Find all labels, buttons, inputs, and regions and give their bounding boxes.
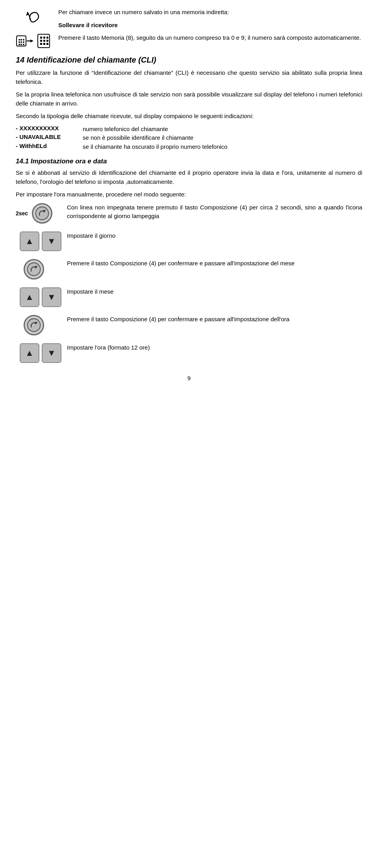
- step1-icon: 2sec: [16, 203, 63, 224]
- step-up-down-1: ▲ ▼ Impostare il giorno: [16, 231, 362, 251]
- svg-point-5: [23, 39, 24, 41]
- up-arrow-button-2: ▲: [20, 287, 39, 307]
- svg-rect-23: [46, 43, 48, 45]
- step-compose-2: Premere il tasto Composizione (4) per co…: [16, 315, 362, 335]
- phone-keypad-icons: [16, 33, 51, 48]
- step6-icon: ▲ ▼: [16, 343, 63, 363]
- list-desc-unavailable: se non è possibile identificare il chiam…: [83, 133, 362, 143]
- list-item-xxxxxxxxxx: - XXXXXXXXXX numero telefonico del chiam…: [16, 125, 362, 134]
- svg-rect-19: [43, 40, 45, 42]
- down-arrow-button-3: ▼: [42, 343, 61, 363]
- step4-desc: Impostare il mese: [63, 287, 362, 296]
- svg-point-7: [20, 41, 22, 43]
- svg-rect-22: [43, 43, 45, 45]
- handset-lift-icon: [24, 8, 43, 29]
- svg-point-4: [20, 39, 22, 41]
- svg-marker-13: [30, 39, 33, 43]
- step6-desc: Impostare l'ora (formato 12 ore): [63, 343, 362, 352]
- svg-point-10: [20, 44, 22, 45]
- svg-rect-17: [46, 37, 48, 39]
- intro-text: Per chiamare invece un numero salvato in…: [58, 8, 362, 46]
- section-14-1: 14.1 Impostazione ora e data Se si è abb…: [16, 157, 362, 363]
- intro-icons: [16, 8, 51, 48]
- section-14-para2: Se la propria linea telefonica non usufr…: [16, 90, 362, 108]
- step3-desc: Premere il tasto Composizione (4) per co…: [63, 259, 362, 268]
- svg-point-30: [28, 318, 41, 331]
- step-up-down-3: ▲ ▼ Impostare l'ora (formato 12 ore): [16, 343, 362, 363]
- svg-point-11: [23, 44, 24, 45]
- down-arrow-button-2: ▼: [42, 287, 61, 307]
- intro-step2: Premere il tasto Memoria (8), seguito da…: [58, 33, 362, 43]
- section-14-para3: Secondo la tipologia delle chiamate rice…: [16, 112, 362, 121]
- section-14-1-para2: Per impostare l'ora manualmente, procede…: [16, 190, 362, 199]
- svg-point-6: [19, 41, 20, 43]
- svg-rect-15: [40, 37, 42, 39]
- compose-button-icon: [32, 203, 52, 224]
- svg-rect-16: [43, 37, 45, 39]
- step-compose-2sec: 2sec Con linea non impegnata tenere prem…: [16, 203, 362, 224]
- section-14-title: 14 Identificazione del chiamante (CLI): [16, 56, 362, 65]
- intro-section: Per chiamare invece un numero salvato in…: [16, 8, 362, 48]
- list-label-unavailable: - UNAVAILABLE: [16, 133, 83, 143]
- svg-point-8: [23, 41, 24, 43]
- step2-icon: ▲ ▼: [16, 231, 63, 251]
- step5-desc: Premere il tasto Composizione (4) per co…: [63, 315, 362, 324]
- compose-button-icon-2: [24, 259, 44, 279]
- section-14-1-title: 14.1 Impostazione ora e data: [16, 157, 362, 165]
- step5-icon: [16, 315, 63, 335]
- up-arrow-button-3: ▲: [20, 343, 39, 363]
- compose-button-icon-3: [24, 315, 44, 335]
- step-up-down-2: ▲ ▼ Impostare il mese: [16, 287, 362, 307]
- svg-point-27: [28, 263, 41, 276]
- 2sec-label: 2sec: [16, 210, 28, 217]
- section-14-para1: Per utilizzare la funzione di “Identific…: [16, 68, 362, 86]
- svg-rect-20: [46, 40, 48, 42]
- svg-point-24: [36, 207, 49, 220]
- intro-heading: Per chiamare invece un numero salvato in…: [58, 8, 362, 17]
- list-desc-phone: numero telefonico del chiamante: [83, 125, 362, 134]
- svg-point-3: [19, 39, 20, 41]
- step1-desc: Con linea non impegnata tenere premuto i…: [63, 203, 362, 221]
- step-compose-1: Premere il tasto Composizione (4) per co…: [16, 259, 362, 279]
- svg-rect-18: [40, 40, 42, 42]
- up-arrow-button: ▲: [20, 231, 39, 251]
- list-label-phone: - XXXXXXXXXX: [16, 125, 83, 134]
- page-number: 9: [16, 375, 362, 381]
- svg-rect-21: [40, 43, 42, 45]
- list-label-withheld: - WithhELd: [16, 143, 83, 152]
- step2-desc: Impostare il giorno: [63, 231, 362, 241]
- list-item-unavailable: - UNAVAILABLE se non è possibile identif…: [16, 133, 362, 143]
- section-14-1-para1: Se si è abbonati al servizio di Identifi…: [16, 168, 362, 186]
- intro-step1: Sollevare il ricevitore: [58, 21, 362, 30]
- down-arrow-button: ▼: [42, 231, 61, 251]
- step3-icon: [16, 259, 63, 279]
- display-list: - XXXXXXXXXX numero telefonico del chiam…: [16, 125, 362, 152]
- list-desc-withheld: se il chiamante ha oscurato il proprio n…: [83, 143, 362, 152]
- section-14: 14 Identificazione del chiamante (CLI) P…: [16, 56, 362, 151]
- list-item-withheld: - WithhELd se il chiamante ha oscurato i…: [16, 143, 362, 152]
- step4-icon: ▲ ▼: [16, 287, 63, 307]
- svg-point-9: [19, 44, 20, 45]
